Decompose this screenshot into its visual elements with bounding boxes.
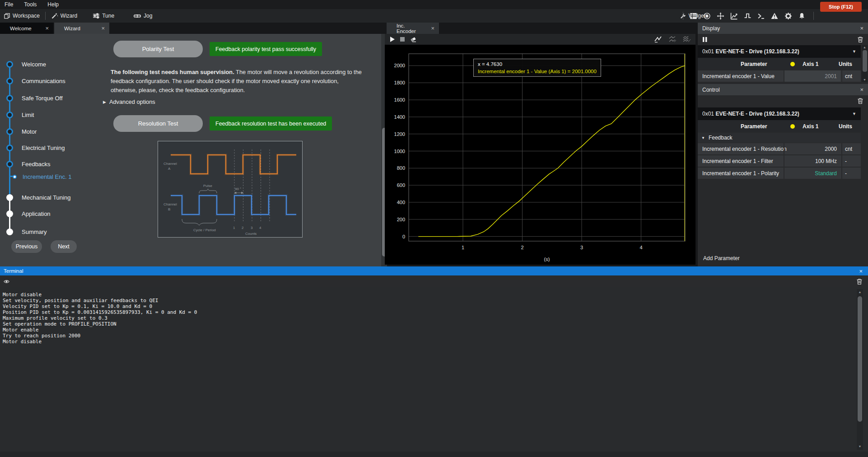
stop-icon[interactable] (400, 37, 405, 42)
wizard-button[interactable]: Wizard (47, 9, 81, 23)
triangle-right-icon: ▶ (103, 100, 106, 104)
step-circle (6, 95, 13, 102)
display-close-icon[interactable]: × (860, 25, 863, 32)
next-button[interactable]: Next (51, 240, 77, 253)
bell-icon[interactable] (796, 10, 807, 21)
parameter-value-field[interactable]: 2000 (784, 143, 840, 154)
eye-icon[interactable] (701, 10, 712, 21)
stop-button[interactable]: Stop (F12) (820, 2, 862, 12)
trash-icon[interactable] (857, 98, 863, 104)
terminal-output[interactable]: Motor disable Set velocity, position and… (0, 287, 868, 452)
terminal-close-icon[interactable]: × (859, 268, 863, 275)
parameter-units: cnt (841, 143, 861, 154)
device-name: EVE-NET-E - Drive (192.168.3.22) (715, 48, 799, 55)
add-parameter-button[interactable]: Add Parameter (698, 252, 861, 265)
menu-file[interactable]: File (5, 1, 13, 8)
parameter-value-field[interactable]: 100 MHz (784, 155, 840, 167)
parameter-value-field[interactable]: 2001 (784, 70, 840, 82)
parameter-units: cnt (841, 70, 861, 82)
single-signal-icon[interactable] (654, 36, 662, 43)
gear-icon[interactable] (783, 10, 793, 21)
scroll-up-icon[interactable]: ▲ (862, 45, 868, 50)
tab-inc-encoder-close-icon[interactable]: × (431, 25, 434, 32)
wizard-panel: Welcome Communications Safe Torque Off L… (0, 34, 381, 266)
display-scrollbar-thumb[interactable] (863, 50, 867, 72)
svg-text:400: 400 (397, 200, 405, 205)
column-axis: Axis 1 (803, 123, 818, 130)
line-chart-icon[interactable] (728, 10, 739, 21)
terminal-scrollbar-thumb[interactable] (858, 296, 862, 422)
display-scrollbar[interactable]: ▲ ▼ (862, 45, 868, 82)
move-icon[interactable] (715, 10, 726, 21)
parameter-name: Incremental encoder 1 - Resolution (698, 146, 784, 152)
channel-a-wave (171, 155, 296, 174)
scroll-up-icon[interactable]: ▲ (857, 290, 863, 294)
tune-button[interactable]: Tune (89, 9, 118, 23)
eraser-icon[interactable] (410, 36, 417, 42)
svg-text:Cycle / Period: Cycle / Period (193, 228, 216, 232)
tab-inc-encoder[interactable]: Inc. Encoder × (387, 23, 439, 34)
tab-inc-encoder-label: Inc. Encoder (397, 23, 423, 34)
menu-help[interactable]: Help (47, 1, 59, 8)
multi-signals-icon[interactable] (683, 36, 691, 43)
workspace-button[interactable]: Workspace (0, 9, 43, 23)
control-device-selector[interactable]: 0x01 EVE-NET-E - Drive (192.168.3.22) ▼ (698, 107, 861, 120)
column-parameter: Parameter (741, 123, 767, 130)
group-label: Feedback (709, 135, 733, 141)
menu-tools[interactable]: Tools (24, 1, 37, 8)
jog-button[interactable]: Jog (130, 9, 156, 23)
terminal-line: Try to reach position 2000 (3, 333, 868, 339)
previous-button[interactable]: Previous (11, 240, 42, 253)
tab-welcome-close-icon[interactable]: × (45, 25, 49, 32)
scope-chart[interactable]: 0200400600800100012001400160018002000123… (385, 45, 695, 265)
split-signals-icon[interactable] (668, 36, 677, 43)
step-circle (6, 78, 13, 84)
svg-text:2: 2 (521, 245, 523, 250)
tune-label: Tune (102, 13, 114, 19)
resolution-test-button[interactable]: Resolution Test (113, 115, 203, 132)
parameter-name: Incremental encoder 1 - Filter (698, 158, 784, 164)
display-device-selector[interactable]: 0x01 EVE-NET-E - Drive (192.168.3.22) ▼ (698, 45, 861, 58)
svg-text:1600: 1600 (394, 97, 405, 103)
trash-icon[interactable] (856, 278, 863, 285)
device-id: 0x01 (702, 111, 714, 117)
scroll-down-icon[interactable]: ▼ (862, 78, 868, 82)
tab-welcome[interactable]: Welcome × (0, 23, 53, 34)
display-columns-header: Parameter Axis 1 Units (698, 58, 861, 70)
step-circle (6, 194, 13, 201)
gamepad-icon (133, 12, 141, 19)
svg-text:90 °: 90 ° (235, 187, 241, 191)
pause-icon[interactable] (702, 37, 708, 42)
table-icon[interactable] (688, 10, 699, 21)
svg-text:1200: 1200 (394, 131, 405, 137)
polarity-test-button[interactable]: Polarity Test (113, 41, 203, 57)
warning-icon[interactable] (769, 10, 780, 21)
step-circle (6, 112, 13, 118)
pulse-brace (199, 189, 217, 193)
application-window: File Tools Help Workspace Wizard Tune Jo… (0, 0, 868, 457)
terminal-line: Motor disable (3, 292, 868, 298)
svg-text:A: A (168, 167, 171, 171)
svg-text:Channel: Channel (163, 162, 177, 166)
terminal-scrollbar[interactable]: ▲ ▼ (857, 289, 863, 450)
eye-icon[interactable] (4, 279, 9, 284)
display-panel-header: Display × (698, 23, 868, 34)
scroll-down-icon[interactable]: ▼ (857, 444, 863, 449)
cycle-brace (182, 219, 217, 225)
tooltip-series-value: Incremental encoder 1 - Value (Axis 1) =… (478, 68, 597, 75)
square-wave-icon[interactable] (742, 10, 753, 21)
control-close-icon[interactable]: × (860, 86, 863, 93)
advanced-options-toggle[interactable]: ▶ Advanced options (103, 98, 155, 105)
wizard-label: Wizard (61, 13, 77, 19)
tab-wizard-close-icon[interactable]: × (101, 25, 105, 32)
play-icon[interactable] (389, 36, 395, 42)
parameter-value-field[interactable]: Standard (784, 168, 840, 179)
terminal-icon[interactable] (756, 10, 766, 21)
trash-icon[interactable] (857, 36, 863, 43)
tab-wizard-label: Wizard (64, 26, 80, 31)
step-circle (6, 145, 13, 151)
control-toolbar (698, 95, 868, 107)
tab-wizard[interactable]: Wizard × (54, 23, 109, 34)
parameter-units: - (841, 155, 861, 167)
feedback-group-row[interactable]: ▼ Feedback (698, 133, 861, 143)
